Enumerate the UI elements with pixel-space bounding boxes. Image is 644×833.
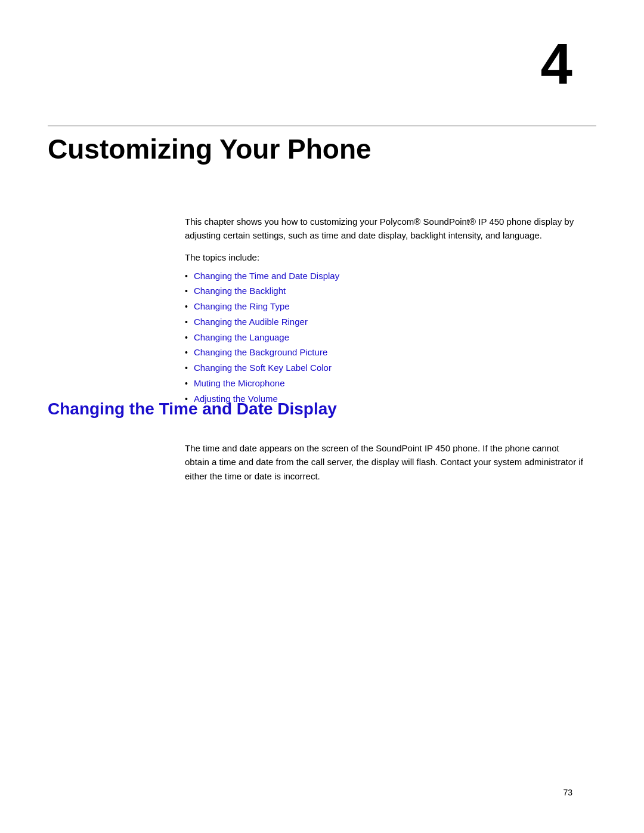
list-item[interactable]: Changing the Language [185,330,584,345]
section-heading: Changing the Time and Date Display [48,400,337,419]
topic-link-background[interactable]: Changing the Background Picture [194,345,327,360]
list-item[interactable]: Changing the Time and Date Display [185,268,584,284]
topic-link-audible-ringer[interactable]: Changing the Audible Ringer [194,314,308,330]
topic-link-language[interactable]: Changing the Language [194,330,289,345]
intro-text: This chapter shows you how to customizin… [185,215,584,243]
topic-link-soft-key[interactable]: Changing the Soft Key Label Color [194,360,332,376]
list-item[interactable]: Changing the Ring Type [185,299,584,314]
topic-link-microphone[interactable]: Muting the Microphone [194,376,285,391]
list-item[interactable]: Muting the Microphone [185,376,584,391]
list-item[interactable]: Changing the Backlight [185,283,584,299]
list-item[interactable]: Changing the Soft Key Label Color [185,360,584,376]
list-item[interactable]: Changing the Background Picture [185,345,584,360]
page-container: 4 Customizing Your Phone This chapter sh… [0,0,644,833]
topics-label: The topics include: [185,252,584,262]
topic-link-ring-type[interactable]: Changing the Ring Type [194,299,290,314]
chapter-number: 4 [541,36,572,93]
section-body: The time and date appears on the screen … [185,441,584,483]
topics-list: Changing the Time and Date Display Chang… [185,268,584,407]
list-item[interactable]: Changing the Audible Ringer [185,314,584,330]
intro-block: This chapter shows you how to customizin… [185,215,584,407]
chapter-title: Customizing Your Phone [48,134,371,165]
topic-link-backlight[interactable]: Changing the Backlight [194,283,286,299]
page-number: 73 [563,788,572,797]
chapter-rule [48,125,596,126]
topic-link-time-date[interactable]: Changing the Time and Date Display [194,268,339,284]
